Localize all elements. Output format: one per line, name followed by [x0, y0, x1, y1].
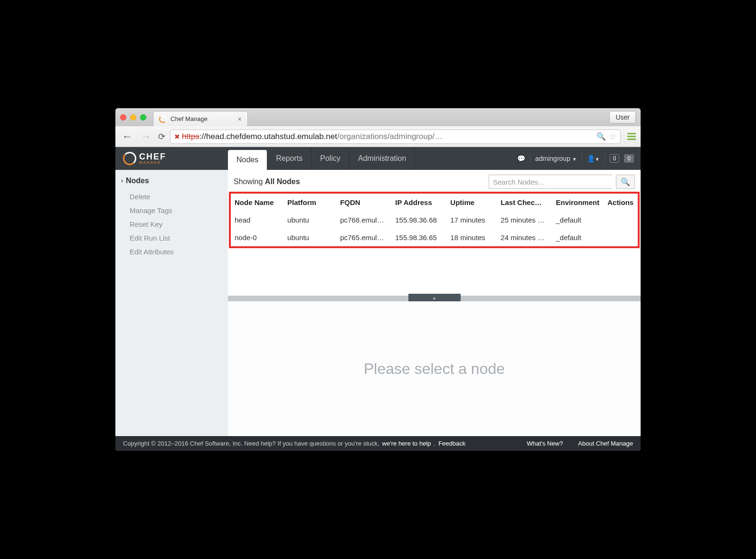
browser-toolbar: ← → ⟳ ✖ https ://head.chefdemo.utahstud.…	[115, 126, 641, 147]
col-ip-address[interactable]: IP Address	[391, 194, 446, 211]
divider	[605, 154, 605, 163]
cell-ip: 155.98.36.68	[391, 211, 446, 229]
search-icon: 🔍	[621, 177, 630, 186]
traffic-lights	[120, 114, 146, 121]
tab-title: Chef Manage	[170, 115, 208, 122]
chef-favicon-icon	[159, 115, 167, 123]
cell-node-name: head	[231, 211, 284, 229]
sidebar-item-manage-tags[interactable]: Manage Tags	[115, 204, 228, 217]
col-uptime[interactable]: Uptime	[446, 194, 497, 211]
tab-nodes[interactable]: Nodes	[228, 150, 267, 170]
sidebar-item-edit-attributes[interactable]: Edit Attributes	[115, 245, 228, 259]
org-switcher[interactable]: admingroup ▼	[535, 155, 577, 162]
search-button[interactable]: 🔍	[616, 175, 635, 189]
user-menu-button[interactable]: User	[609, 111, 636, 123]
footer: Copyright © 2012–2016 Chef Software, Inc…	[115, 436, 641, 451]
alerts-badge[interactable]: 0	[610, 154, 620, 163]
cell-fqdn: pc765.emul…	[336, 229, 391, 246]
cell-actions[interactable]	[604, 211, 638, 229]
cell-node-name: node-0	[231, 229, 284, 246]
bookmark-star-icon[interactable]: ☆	[609, 131, 616, 142]
window-zoom-button[interactable]	[140, 114, 146, 121]
app-header: CHEF MANAGE Nodes Reports Policy Adminis…	[115, 147, 641, 170]
nodes-table-highlighted: Node Name Platform FQDN IP Address Uptim…	[229, 192, 640, 248]
sidebar-item-delete[interactable]: Delete	[115, 190, 228, 204]
app-tabs: Nodes Reports Policy Administration	[228, 147, 415, 170]
url-scheme: https	[182, 132, 199, 141]
user-menu[interactable]: 👤▼	[587, 155, 600, 162]
table-row[interactable]: node-0 ubuntu pc765.emul… 155.98.36.65 1…	[231, 229, 638, 246]
footer-help-link[interactable]: we're here to help	[382, 440, 431, 447]
app-body: › Nodes Delete Manage Tags Reset Key Edi…	[115, 170, 641, 436]
window-minimize-button[interactable]	[130, 114, 136, 121]
filter-bar: Showing All Nodes Search Nodes… 🔍	[228, 170, 641, 192]
browser-menu-button[interactable]	[627, 133, 636, 140]
footer-copyright: Copyright © 2012–2016 Chef Software, Inc…	[123, 440, 379, 447]
col-fqdn[interactable]: FQDN	[336, 194, 391, 211]
chef-logo[interactable]: CHEF MANAGE	[115, 152, 228, 165]
cell-platform: ubuntu	[284, 211, 336, 229]
url-bar[interactable]: ✖ https ://head.chefdemo.utahstud.emulab…	[170, 130, 621, 144]
notifications-badge[interactable]: 0	[624, 154, 634, 163]
browser-window: Chef Manage × User ← → ⟳ ✖ https ://head…	[115, 108, 641, 451]
url-search-icon[interactable]: 🔍	[596, 132, 606, 141]
tab-administration[interactable]: Administration	[350, 147, 415, 170]
tab-close-icon[interactable]: ×	[237, 115, 242, 123]
feedback-icon[interactable]: 💬	[517, 155, 525, 162]
logo-sub-text: MANAGE	[139, 161, 166, 165]
reload-button[interactable]: ⟳	[158, 131, 165, 142]
col-platform[interactable]: Platform	[284, 194, 336, 211]
detail-panel: Please select a node	[228, 301, 641, 436]
insecure-cert-icon: ✖	[174, 133, 180, 140]
divider	[530, 154, 530, 163]
cell-last-check: 24 minutes …	[497, 229, 552, 246]
url-host: ://head.chefdemo.utahstud.emulab.net	[199, 132, 337, 141]
back-button[interactable]: ←	[120, 130, 134, 143]
cell-environment: _default	[552, 211, 604, 229]
nodes-table: Node Name Platform FQDN IP Address Uptim…	[231, 194, 638, 246]
sidebar-section-nodes[interactable]: › Nodes	[115, 177, 228, 190]
col-actions[interactable]: Actions	[604, 194, 638, 211]
cell-platform: ubuntu	[284, 229, 336, 246]
table-row[interactable]: head ubuntu pc768.emul… 155.98.36.68 17 …	[231, 211, 638, 229]
col-node-name[interactable]: Node Name	[231, 194, 284, 211]
search-input[interactable]: Search Nodes…	[489, 175, 612, 189]
col-last-check[interactable]: Last Chec…	[497, 194, 552, 211]
cell-last-check: 25 minutes …	[497, 211, 552, 229]
browser-tabbar: Chef Manage × User	[115, 108, 641, 126]
chef-logo-icon	[123, 152, 136, 165]
splitter-handle-icon[interactable]: ▲	[408, 294, 461, 301]
url-path: /organizations/admingroup/…	[337, 132, 443, 141]
footer-feedback-link[interactable]: Feedback	[438, 440, 465, 447]
col-environment[interactable]: Environment	[552, 194, 604, 211]
chevron-right-icon: ›	[121, 177, 123, 184]
header-right: 💬 admingroup ▼ 👤▼ 0 0	[517, 154, 641, 163]
main-panel: Showing All Nodes Search Nodes… 🔍	[228, 170, 641, 436]
tab-reports[interactable]: Reports	[267, 147, 312, 170]
logo-main-text: CHEF	[139, 152, 166, 161]
cell-fqdn: pc768.emul…	[336, 211, 391, 229]
cell-environment: _default	[552, 229, 604, 246]
divider	[582, 154, 582, 163]
sidebar-item-edit-run-list[interactable]: Edit Run List	[115, 231, 228, 245]
showing-label: Showing All Nodes	[234, 177, 485, 186]
tab-policy[interactable]: Policy	[312, 147, 350, 170]
footer-about-link[interactable]: About Chef Manage	[578, 440, 633, 447]
browser-tab[interactable]: Chef Manage ×	[153, 111, 248, 126]
sidebar: › Nodes Delete Manage Tags Reset Key Edi…	[115, 170, 228, 436]
sidebar-item-reset-key[interactable]: Reset Key	[115, 217, 228, 231]
footer-whatsnew-link[interactable]: What's New?	[527, 440, 563, 447]
detail-placeholder: Please select a node	[364, 360, 505, 378]
forward-button[interactable]: →	[139, 130, 153, 143]
cell-actions[interactable]	[604, 229, 638, 246]
cell-uptime: 17 minutes	[446, 211, 497, 229]
window-close-button[interactable]	[120, 114, 126, 121]
panel-splitter[interactable]: ▲	[228, 296, 641, 301]
cell-uptime: 18 minutes	[446, 229, 497, 246]
cell-ip: 155.98.36.65	[391, 229, 446, 246]
table-header-row: Node Name Platform FQDN IP Address Uptim…	[231, 194, 638, 211]
